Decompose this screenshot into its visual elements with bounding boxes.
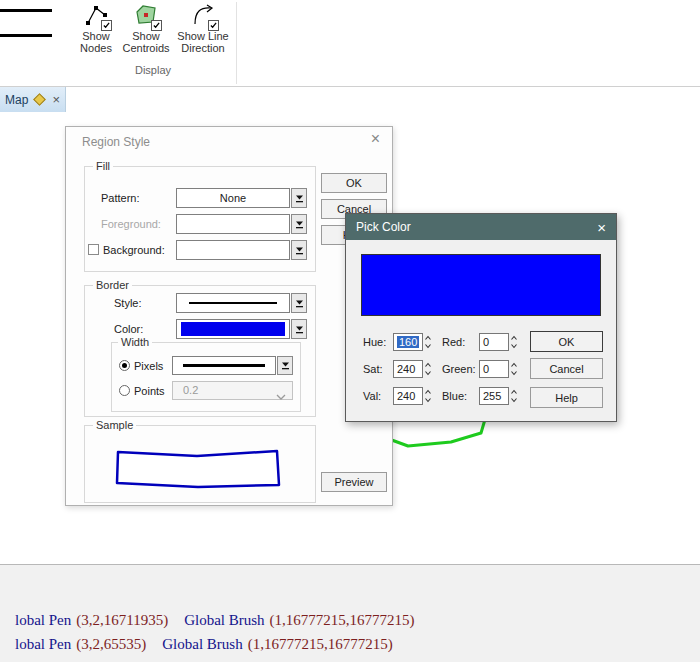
pattern-combo-text: None bbox=[220, 192, 246, 204]
points-radio[interactable] bbox=[119, 385, 130, 396]
border-group-legend: Border bbox=[93, 279, 132, 291]
show-line-direction-button[interactable]: Show Line Direction bbox=[172, 1, 234, 54]
background-combo-value[interactable] bbox=[176, 240, 290, 260]
foreground-label: Foreground: bbox=[101, 214, 161, 234]
border-color-combo bbox=[176, 319, 307, 339]
message-window: lobal Pen(3,2,16711935)Global Brush(1,16… bbox=[0, 564, 700, 662]
pattern-dropdown-button[interactable] bbox=[291, 188, 307, 208]
show-line-direction-icon bbox=[190, 3, 216, 29]
show-nodes-label-line2: Nodes bbox=[72, 42, 120, 54]
color-swatch-preview bbox=[181, 322, 285, 336]
show-nodes-label-line1: Show bbox=[72, 30, 120, 42]
checked-checkbox-icon bbox=[208, 20, 219, 31]
points-combo[interactable]: 0.2 bbox=[172, 381, 293, 400]
red-input[interactable]: 0 bbox=[479, 333, 509, 351]
border-style-label: Style: bbox=[114, 293, 142, 313]
sat-value: 240 bbox=[397, 363, 415, 375]
show-centroids-label-line2: Centroids bbox=[120, 42, 172, 54]
green-spinner[interactable] bbox=[509, 360, 519, 378]
border-style-dropdown-button[interactable] bbox=[291, 293, 307, 313]
brush-statement: Global Brush bbox=[162, 636, 242, 652]
line-style-preview bbox=[189, 302, 276, 304]
sat-input[interactable]: 240 bbox=[393, 360, 423, 378]
hue-input[interactable]: 160 bbox=[393, 333, 423, 351]
chevron-down-icon bbox=[276, 388, 286, 405]
brush-args: (1,16777215,16777215) bbox=[248, 636, 393, 652]
ok-button[interactable]: OK bbox=[321, 173, 387, 193]
border-style-combo bbox=[176, 293, 307, 313]
show-centroids-button[interactable]: Show Centroids bbox=[120, 1, 172, 54]
border-style-combo-value[interactable] bbox=[176, 293, 290, 313]
region-style-dialog: Region Style × Fill Pattern: None Foregr… bbox=[65, 126, 393, 506]
pixels-label: Pixels bbox=[134, 356, 163, 376]
border-color-combo-value[interactable] bbox=[176, 319, 290, 339]
preview-button[interactable]: Preview bbox=[321, 472, 387, 492]
tab-map-label: Map bbox=[5, 93, 28, 107]
foreground-combo bbox=[176, 214, 307, 234]
red-spinner[interactable] bbox=[509, 333, 519, 351]
border-color-dropdown-button[interactable] bbox=[291, 319, 307, 339]
hue-value: 160 bbox=[397, 336, 419, 348]
pick-color-titlebar[interactable]: Pick Color × bbox=[346, 214, 616, 240]
foreground-combo-value[interactable] bbox=[176, 214, 290, 234]
val-spinner[interactable] bbox=[423, 387, 433, 405]
width-dropdown-button[interactable] bbox=[277, 356, 293, 375]
pick-color-dialog: Pick Color × Hue: 160 Red: 0 Sat: 240 Gr… bbox=[345, 213, 617, 422]
background-checkbox[interactable] bbox=[88, 244, 99, 255]
show-centroids-icon bbox=[133, 3, 159, 29]
tab-map[interactable]: Map × bbox=[0, 87, 66, 112]
close-icon[interactable]: × bbox=[597, 220, 606, 235]
background-dropdown-button[interactable] bbox=[291, 240, 307, 260]
message-line: lobal Pen(3,2,65535)Global Brush(1,16777… bbox=[0, 619, 393, 662]
fill-group-legend: Fill bbox=[93, 160, 113, 172]
width-combo bbox=[172, 356, 293, 375]
line-width-preview bbox=[183, 364, 265, 367]
pattern-combo: None bbox=[176, 188, 307, 208]
sample-group-legend: Sample bbox=[93, 419, 136, 431]
map-diamond-icon bbox=[33, 93, 46, 106]
pixels-radio[interactable] bbox=[119, 360, 130, 371]
pick-color-ok-button[interactable]: OK bbox=[530, 331, 603, 352]
points-combo-value: 0.2 bbox=[183, 384, 198, 396]
show-nodes-icon bbox=[83, 3, 109, 29]
blue-value: 255 bbox=[483, 390, 501, 402]
val-value: 240 bbox=[397, 390, 415, 402]
sat-spinner[interactable] bbox=[423, 360, 433, 378]
sat-label: Sat: bbox=[363, 359, 383, 379]
sample-group: Sample bbox=[84, 425, 316, 503]
close-icon[interactable]: × bbox=[371, 131, 380, 147]
background-combo bbox=[176, 240, 307, 260]
red-value: 0 bbox=[483, 336, 489, 348]
points-label: Points bbox=[134, 381, 165, 401]
pick-color-cancel-button[interactable]: Cancel bbox=[530, 358, 603, 379]
pen-statement: lobal Pen bbox=[15, 636, 71, 652]
green-label: Green: bbox=[442, 359, 476, 379]
ribbon-group-separator bbox=[236, 2, 237, 84]
show-line-direction-label-line2: Direction bbox=[172, 42, 234, 54]
hue-label: Hue: bbox=[363, 332, 386, 352]
checked-checkbox-icon bbox=[151, 20, 162, 31]
tab-strip: Map × bbox=[0, 87, 700, 113]
pick-color-title: Pick Color bbox=[356, 220, 411, 234]
hue-spinner[interactable] bbox=[423, 333, 433, 351]
width-combo-value[interactable] bbox=[172, 356, 276, 375]
blue-input[interactable]: 255 bbox=[479, 387, 509, 405]
foreground-dropdown-button[interactable] bbox=[291, 214, 307, 234]
pattern-combo-value[interactable]: None bbox=[176, 188, 290, 208]
green-input[interactable]: 0 bbox=[479, 360, 509, 378]
val-input[interactable]: 240 bbox=[393, 387, 423, 405]
blue-label: Blue: bbox=[442, 386, 467, 406]
blue-spinner[interactable] bbox=[509, 387, 519, 405]
region-style-dialog-title: Region Style bbox=[82, 135, 150, 149]
tab-close-icon[interactable]: × bbox=[52, 93, 60, 106]
ribbon: Show Nodes Show Centroids Show Line bbox=[0, 0, 700, 87]
red-label: Red: bbox=[442, 332, 465, 352]
show-line-direction-label-line1: Show Line bbox=[172, 30, 234, 42]
color-preview-swatch bbox=[361, 254, 601, 316]
show-nodes-button[interactable]: Show Nodes bbox=[72, 1, 120, 54]
width-group: Width Pixels Points 0.2 bbox=[111, 342, 301, 412]
pattern-label: Pattern: bbox=[101, 188, 140, 208]
checked-checkbox-icon bbox=[101, 20, 112, 31]
pick-color-help-button[interactable]: Help bbox=[530, 387, 603, 408]
pen-args: (3,2,65535) bbox=[76, 636, 146, 652]
